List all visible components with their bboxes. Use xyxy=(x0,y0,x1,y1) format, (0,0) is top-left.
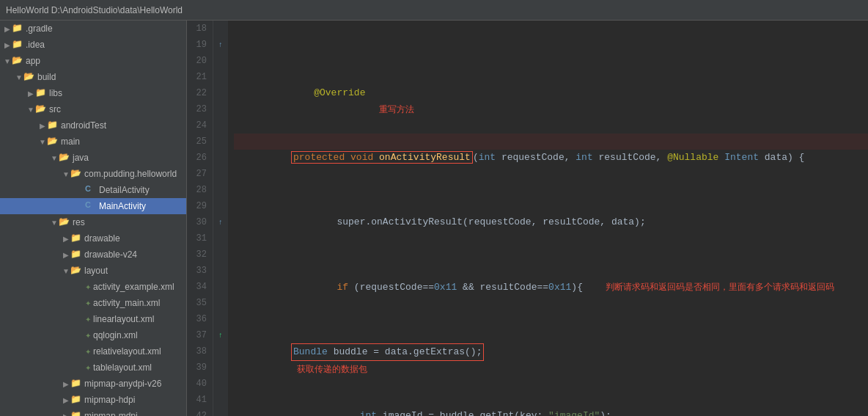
gutter-override-19: ↑ xyxy=(218,41,223,49)
xml-icon-table: ✦ xyxy=(85,364,91,372)
line-num-21: 21 xyxy=(190,69,207,85)
line-num-18: 18 xyxy=(190,21,207,37)
xml-icon-relative: ✦ xyxy=(85,348,91,356)
sidebar-label-mipmap-mdpi: mipmap-mdpi xyxy=(84,411,138,416)
comment-override: 重写方法 xyxy=(379,104,414,114)
sidebar-label-build: build xyxy=(37,72,56,82)
sidebar-item-relativelayout[interactable]: ✦ relativelayout.xml xyxy=(0,343,186,360)
sidebar-item-main-activity[interactable]: C MainActivity xyxy=(0,198,186,214)
sidebar-label-gradle: .gradle xyxy=(26,23,53,34)
kw-int-23: int xyxy=(291,410,383,416)
sidebar[interactable]: ▶ 📁 .gradle ▶ 📁 .idea ▼ 📂 app ▼ 📂 build xyxy=(0,21,187,416)
sidebar-label-res: res xyxy=(73,217,85,227)
sidebar-label-detail: DetailActivity xyxy=(99,185,150,195)
xml-icon-linear: ✦ xyxy=(85,315,91,324)
sidebar-item-activity-main[interactable]: ✦ activity_main.xml xyxy=(0,295,186,311)
title-text: HelloWorld D:\AndroidStudio\data\HelloWo… xyxy=(6,5,183,15)
sidebar-label-linearlayout: linearlayout.xml xyxy=(93,314,154,324)
line-num-19: 19 xyxy=(190,37,207,53)
sidebar-item-idea[interactable]: ▶ 📁 .idea xyxy=(0,37,186,53)
folder-icon-java: 📂 xyxy=(59,152,70,164)
kw-if: if xyxy=(291,282,354,293)
sidebar-item-activity-example[interactable]: ✦ activity_example.xml xyxy=(0,279,186,295)
comment-bundle: 获取传递的数据包 xyxy=(297,364,367,374)
line-num-24: 24 xyxy=(190,117,207,134)
sidebar-item-mipmap-mdpi[interactable]: ▶ 📁 mipmap-mdpi xyxy=(0,408,186,416)
sidebar-label-libs: libs xyxy=(49,88,62,98)
folder-icon-layout: 📂 xyxy=(70,265,82,277)
sidebar-item-java[interactable]: ▼ 📂 java xyxy=(0,150,186,166)
sidebar-item-app[interactable]: ▼ 📂 app xyxy=(0,53,186,69)
line-num-25: 25 xyxy=(190,134,207,150)
line-num-42: 42 xyxy=(190,408,207,416)
line-num-27: 27 xyxy=(190,166,207,182)
sidebar-item-qqlogin[interactable]: ✦ qqlogin.xml xyxy=(0,327,186,343)
sidebar-item-libs[interactable]: ▶ 📁 libs xyxy=(0,85,186,101)
arrow-res: ▼ xyxy=(50,219,59,227)
sidebar-item-com[interactable]: ▼ 📂 com.pudding.helloworld xyxy=(0,166,186,182)
sidebar-item-androidtest[interactable]: ▶ 📁 androidTest xyxy=(0,117,186,134)
arrow-layout: ▼ xyxy=(62,267,70,275)
sidebar-item-detail[interactable]: C DetailActivity xyxy=(0,182,186,198)
code-content: 18 19 20 21 22 23 24 25 26 27 28 29 30 3… xyxy=(187,21,868,416)
sidebar-item-tablelayout[interactable]: ✦ tablelayout.xml xyxy=(0,360,186,376)
code-lines[interactable]: @Override 重写方法 protected void onActivity… xyxy=(228,21,868,416)
sidebar-label-activity-main: activity_main.xml xyxy=(93,298,160,308)
arrow-idea: ▶ xyxy=(3,41,12,49)
line-num-40: 40 xyxy=(190,376,207,392)
line-num-23: 23 xyxy=(190,101,207,117)
arrow-java: ▼ xyxy=(50,154,59,162)
folder-icon-res: 📂 xyxy=(59,216,70,228)
line-num-33: 33 xyxy=(190,263,207,279)
arrow-app: ▼ xyxy=(3,57,12,65)
title-bar: HelloWorld D:\AndroidStudio\data\HelloWo… xyxy=(0,0,868,21)
code-line-20: super.onActivityResult(requestCode, resu… xyxy=(234,198,868,214)
sidebar-item-layout[interactable]: ▼ 📂 layout xyxy=(0,263,186,279)
xml-icon-activity-example: ✦ xyxy=(85,283,91,291)
sidebar-item-drawable-v24[interactable]: ▶ 📁 drawable-v24 xyxy=(0,247,186,263)
code-line-22: Bundle buddle = data.getExtras(); 获取传递的数… xyxy=(234,327,868,343)
arrow-build: ▼ xyxy=(15,73,23,81)
sidebar-item-build[interactable]: ▼ 📂 build xyxy=(0,69,186,85)
arrow-com: ▼ xyxy=(62,170,70,178)
line-num-36: 36 xyxy=(190,311,207,327)
folder-icon-src: 📂 xyxy=(35,103,47,115)
arrow-libs: ▶ xyxy=(26,90,35,98)
folder-icon-mipmap-mdpi: 📁 xyxy=(70,410,82,416)
sidebar-item-drawable[interactable]: ▶ 📁 drawable xyxy=(0,230,186,247)
sidebar-label-java: java xyxy=(73,153,89,163)
sidebar-label-drawable-v24: drawable-v24 xyxy=(84,249,137,260)
line-22-code: buddle = data.getExtras(); xyxy=(328,346,482,357)
class-bundle: Bundle xyxy=(293,346,328,357)
sidebar-item-src[interactable]: ▼ 📂 src xyxy=(0,101,186,117)
folder-icon-drawable: 📁 xyxy=(70,233,82,244)
code-line-21: if (requestCode==0x11 && resultCode==0x1… xyxy=(234,263,868,279)
line-num-34: 34 xyxy=(190,279,207,295)
sidebar-label-layout: layout xyxy=(84,266,108,276)
sidebar-item-mipmap-hdpi[interactable]: ▶ 📁 mipmap-hdpi xyxy=(0,392,186,408)
kw-protected-19: protected xyxy=(293,152,350,163)
line-num-26: 26 xyxy=(190,150,207,166)
gutter-override-30: ↑ xyxy=(218,219,223,227)
sidebar-label-mipmap-anydpi: mipmap-anydpi-v26 xyxy=(84,379,161,389)
xml-icon-activity-main: ✦ xyxy=(85,299,91,307)
line-num-38: 38 xyxy=(190,343,207,360)
sidebar-item-main[interactable]: ▼ 📂 main xyxy=(0,134,186,150)
arrow-gradle: ▶ xyxy=(3,25,12,33)
line-num-31: 31 xyxy=(190,230,207,247)
sidebar-item-gradle[interactable]: ▶ 📁 .gradle xyxy=(0,21,186,37)
red-box-19: protected void onActivityResult xyxy=(291,151,473,164)
sidebar-item-res[interactable]: ▼ 📂 res xyxy=(0,214,186,230)
sidebar-label-main: main xyxy=(61,136,80,147)
code-line-19: protected void onActivityResult(int requ… xyxy=(234,134,868,150)
java-icon-detail: C xyxy=(85,184,97,196)
sidebar-label-mipmap-hdpi: mipmap-hdpi xyxy=(84,395,135,405)
folder-icon-androidtest: 📁 xyxy=(47,120,59,131)
code-line-18: @Override 重写方法 xyxy=(234,69,868,85)
code-editor[interactable]: 18 19 20 21 22 23 24 25 26 27 28 29 30 3… xyxy=(187,21,868,416)
line-23-code: imageId = buddle.getInt(key: "imageId"); xyxy=(383,410,611,416)
sidebar-item-mipmap-anydpi[interactable]: ▶ 📁 mipmap-anydpi-v26 xyxy=(0,376,186,392)
sidebar-item-linearlayout[interactable]: ✦ linearlayout.xml xyxy=(0,311,186,327)
line-21-paren: (requestCode==0x11 && resultCode==0x11){ xyxy=(354,282,606,293)
gutter: ↑ ↑ ↑ xyxy=(213,21,228,416)
